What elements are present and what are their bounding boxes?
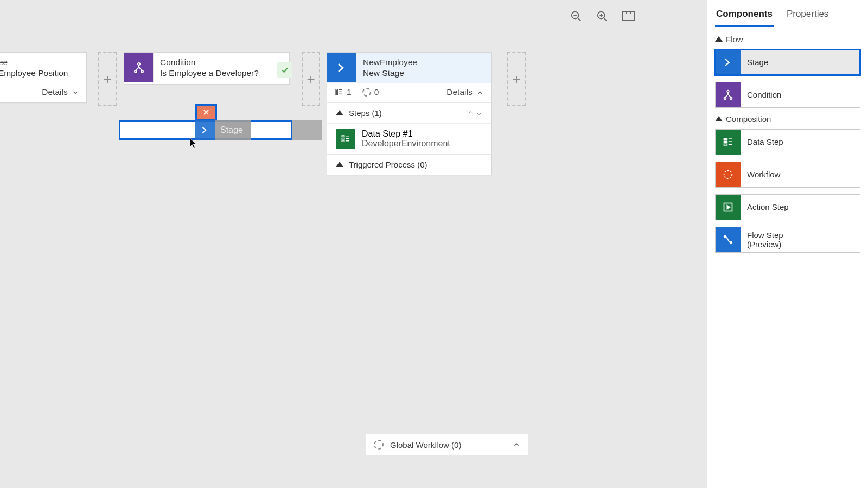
svg-marker-24 — [727, 206, 730, 209]
global-workflow-label: Global Workflow (0) — [390, 440, 461, 450]
flow-canvas[interactable]: ee Employee Position Details + Conditi — [0, 0, 707, 488]
stage-card-partial[interactable]: ee Employee Position Details — [0, 52, 87, 103]
triggered-process-row[interactable]: Triggered Process (0) — [327, 154, 491, 175]
caret-icon — [336, 162, 343, 167]
condition-icon — [124, 53, 154, 82]
stage-icon — [195, 120, 215, 140]
svg-line-13 — [728, 94, 731, 98]
svg-rect-17 — [724, 141, 727, 143]
drag-ghost-label: Stage — [220, 125, 243, 135]
stage-card-newemployee[interactable]: NewEmployee New Stage 1 0 Details — [327, 52, 492, 175]
condition-icon — [716, 82, 741, 107]
condition-false-icon — [195, 104, 217, 120]
svg-line-30 — [139, 67, 142, 70]
svg-rect-18 — [724, 144, 727, 145]
drop-target-extension — [292, 120, 322, 140]
svg-rect-43 — [342, 138, 344, 139]
workflow-icon — [374, 440, 384, 450]
cursor-icon — [190, 138, 199, 150]
component-action-step[interactable]: Action Step — [715, 194, 860, 220]
svg-rect-16 — [724, 138, 727, 140]
condition-true-icon — [277, 62, 292, 78]
tab-properties[interactable]: Properties — [786, 5, 829, 27]
component-data-step[interactable]: Data Step — [715, 129, 860, 155]
data-step-icon — [716, 130, 741, 155]
component-condition[interactable]: Condition — [715, 82, 860, 108]
condition-card[interactable]: Condition Is Employee a Developer? — [124, 52, 290, 85]
steps-header: Steps (1) — [349, 108, 382, 118]
details-toggle[interactable]: Details — [42, 87, 79, 97]
component-stage[interactable]: Stage — [715, 49, 860, 75]
stage-sub: New Stage — [363, 68, 417, 79]
drag-ghost-stage: Stage — [195, 120, 251, 140]
condition-title: Condition — [160, 57, 259, 68]
stage-title: NewEmployee — [363, 57, 417, 68]
caret-icon — [715, 116, 723, 121]
chevron-up-icon — [513, 441, 520, 448]
step-sub: DeveloperEnvironment — [362, 139, 450, 149]
stage-icon — [327, 53, 356, 82]
triggered-process-label: Triggered Process (0) — [349, 160, 427, 169]
step-item[interactable]: Data Step #1 DeveloperEnvironment — [327, 123, 491, 154]
drop-slot[interactable]: + — [507, 52, 526, 106]
flow-step-icon — [716, 227, 741, 252]
svg-point-15 — [730, 98, 732, 100]
global-workflow-bar[interactable]: Global Workflow (0) — [366, 434, 528, 455]
steps-count-metric: 1 — [335, 87, 352, 97]
svg-point-14 — [724, 98, 726, 100]
component-flow-step-label: Flow Step(Preview) — [741, 230, 783, 249]
component-workflow[interactable]: Workflow — [715, 162, 860, 188]
svg-point-31 — [135, 70, 137, 73]
svg-rect-37 — [336, 92, 337, 93]
component-flow-step[interactable]: Flow Step(Preview) — [715, 227, 860, 253]
svg-point-32 — [141, 70, 143, 73]
svg-rect-42 — [342, 136, 344, 137]
svg-rect-36 — [336, 89, 337, 91]
drop-slot[interactable]: + — [302, 52, 320, 106]
svg-point-22 — [724, 171, 732, 179]
caret-icon — [715, 36, 723, 42]
tab-components[interactable]: Components — [715, 5, 774, 27]
component-workflow-label: Workflow — [741, 170, 780, 179]
stage-partial-title: ee — [0, 57, 68, 68]
stage-icon — [716, 50, 741, 75]
components-panel: Components Properties Flow Stage Conditi… — [707, 0, 868, 488]
svg-line-29 — [136, 67, 139, 70]
data-step-icon — [336, 129, 355, 149]
caret-icon — [336, 110, 343, 115]
steps-header-row[interactable]: Steps (1) — [327, 102, 491, 123]
section-flow[interactable]: Flow — [715, 35, 860, 44]
svg-point-10 — [727, 91, 729, 93]
step-title: Data Step #1 — [362, 129, 450, 139]
svg-line-12 — [725, 94, 729, 98]
condition-sub: Is Employee a Developer? — [160, 68, 259, 79]
section-composition[interactable]: Composition — [715, 114, 860, 124]
component-data-step-label: Data Step — [741, 137, 783, 146]
action-step-icon — [716, 195, 741, 220]
component-stage-label: Stage — [741, 57, 768, 67]
section-composition-label: Composition — [726, 114, 771, 124]
section-flow-label: Flow — [726, 35, 743, 44]
reorder-arrows[interactable] — [467, 110, 482, 117]
component-condition-label: Condition — [741, 90, 781, 99]
workflow-count-metric: 0 — [362, 87, 379, 97]
stage-partial-sub: Employee Position — [0, 68, 68, 79]
svg-rect-38 — [336, 94, 337, 95]
details-toggle[interactable]: Details — [446, 87, 483, 97]
svg-point-27 — [138, 63, 140, 65]
workflow-icon — [716, 162, 741, 187]
svg-rect-44 — [342, 140, 344, 142]
component-action-step-label: Action Step — [741, 202, 789, 211]
drop-slot[interactable]: + — [98, 52, 117, 106]
